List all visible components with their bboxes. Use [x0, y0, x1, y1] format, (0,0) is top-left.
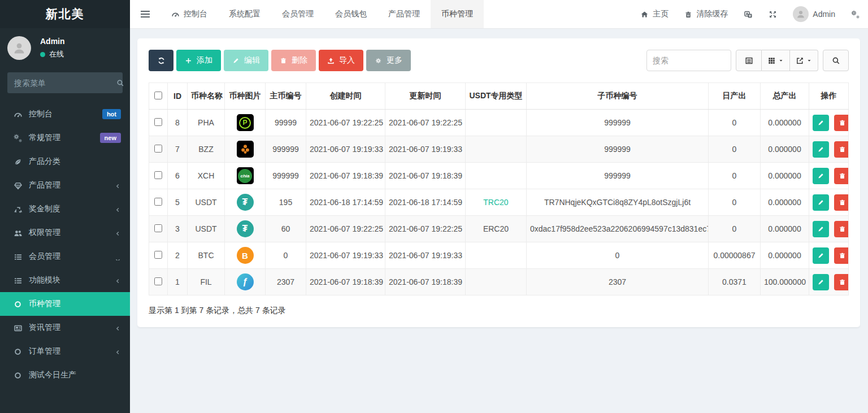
cell-id: 7 — [168, 136, 188, 163]
home-link[interactable]: 主页 — [632, 0, 676, 28]
circle-o-icon — [14, 299, 23, 309]
sidebar-search-input[interactable] — [14, 79, 116, 88]
tab-member-manage[interactable]: 会员管理 — [271, 0, 324, 28]
cell-daily-output: 0 — [709, 189, 761, 216]
cell-created: 2021-06-07 19:19:33 — [306, 136, 385, 163]
online-dot-icon — [40, 52, 45, 57]
cell-total-output: 0.000000 — [761, 163, 809, 189]
sidebar-item-permission[interactable]: 权限管理 — [0, 221, 130, 245]
newspaper-icon — [14, 323, 23, 332]
columns-button[interactable] — [762, 50, 790, 71]
row-edit-button[interactable] — [813, 141, 829, 158]
row-edit-button[interactable] — [813, 115, 829, 131]
trash-icon — [684, 10, 692, 19]
chevron-down-icon — [115, 252, 121, 261]
export-button[interactable] — [790, 50, 818, 71]
cell-main-no: 999999 — [266, 163, 306, 189]
sidebar-item-product-category[interactable]: 产品分类 — [0, 150, 130, 173]
tab-currency-manage[interactable]: 币种管理 — [431, 0, 484, 28]
row-edit-button[interactable] — [813, 274, 829, 290]
sidebar-item-modules[interactable]: 功能模块 — [0, 268, 130, 292]
row-delete-button[interactable] — [834, 274, 849, 290]
clear-cache-button[interactable]: 清除缓存 — [676, 0, 736, 28]
tab-product-manage[interactable]: 产品管理 — [377, 0, 431, 28]
row-edit-button[interactable] — [813, 221, 829, 237]
dashboard-icon — [171, 10, 180, 19]
add-button[interactable]: 添加 — [176, 50, 221, 71]
search-icon[interactable] — [116, 78, 124, 88]
sidebar-item-orders[interactable]: 订单管理 — [0, 340, 130, 363]
sidebar-item-bonus[interactable]: 奖金制度 — [0, 197, 130, 221]
col-header-daily: 日产出 — [709, 83, 761, 110]
row-checkbox[interactable] — [154, 145, 162, 153]
row-checkbox[interactable] — [154, 171, 162, 179]
sidebar-item-member[interactable]: 会员管理 — [0, 245, 130, 268]
delete-label: 删除 — [292, 55, 307, 66]
cell-updated: 2021-06-07 19:18:39 — [385, 163, 466, 189]
cell-sub-no: 999999 — [527, 110, 709, 136]
circle-o-icon — [14, 347, 23, 357]
user-menu[interactable]: Admin — [785, 0, 843, 28]
row-checkbox[interactable] — [154, 251, 162, 259]
row-delete-button[interactable] — [834, 247, 849, 264]
main-content: 添加 编辑 删除 导入 更多 — [130, 29, 868, 413]
cell-sub-no: TR7NHqjeKQxGTCi8q8ZY4pL8otSzgjLj6t — [527, 189, 709, 216]
tab-label: 会员管理 — [282, 9, 314, 19]
cell-created: 2021-06-18 17:14:59 — [306, 189, 385, 216]
sidebar: 新北美 Admin 在线 控制台 hot 常规管理 new — [0, 0, 130, 413]
sidebar-item-label: 测试今日生产 — [29, 370, 76, 380]
fullscreen-button[interactable] — [761, 0, 785, 28]
gem-icon — [14, 180, 23, 190]
sidebar-item-label: 常规管理 — [29, 133, 60, 143]
row-delete-button[interactable] — [834, 115, 849, 131]
tab-label: 系统配置 — [229, 9, 261, 19]
delete-button[interactable]: 删除 — [271, 50, 316, 71]
row-delete-button[interactable] — [834, 194, 849, 211]
select-all-header — [149, 83, 168, 110]
row-delete-button[interactable] — [834, 168, 849, 184]
settings-button[interactable] — [843, 0, 868, 28]
sidebar-toggle-button[interactable] — [130, 0, 160, 28]
cell-main-no: 0 — [266, 242, 306, 269]
chevron-left-icon — [115, 181, 121, 190]
sidebar-item-general[interactable]: 常规管理 new — [0, 126, 130, 150]
search-button[interactable] — [823, 50, 849, 71]
select-all-checkbox[interactable] — [154, 92, 162, 99]
tab-member-wallet[interactable]: 会员钱包 — [324, 0, 377, 28]
sidebar-item-news[interactable]: 资讯管理 — [0, 316, 130, 340]
cell-total-output: 0.000000 — [761, 110, 809, 136]
import-label: 导入 — [339, 55, 355, 66]
row-checkbox[interactable] — [154, 198, 162, 206]
row-delete-button[interactable] — [834, 141, 849, 158]
cell-sub-no: 999999 — [527, 136, 709, 163]
edit-button[interactable]: 编辑 — [224, 50, 268, 71]
row-checkbox[interactable] — [154, 118, 162, 126]
chia-coin-icon: chia — [237, 167, 254, 184]
tab-system-config[interactable]: 系统配置 — [218, 0, 271, 28]
refresh-button[interactable] — [149, 50, 173, 71]
import-button[interactable]: 导入 — [319, 50, 363, 71]
sidebar-item-label: 产品分类 — [29, 156, 60, 167]
row-edit-button[interactable] — [813, 247, 829, 264]
row-edit-button[interactable] — [813, 168, 829, 184]
edit-label: 编辑 — [244, 55, 260, 66]
more-button[interactable]: 更多 — [366, 50, 411, 71]
tab-console[interactable]: 控制台 — [160, 0, 218, 28]
cell-usdt-type — [466, 242, 527, 269]
cogs-icon — [851, 9, 860, 19]
row-edit-button[interactable] — [813, 194, 829, 211]
sidebar-item-console[interactable]: 控制台 hot — [0, 102, 130, 126]
row-delete-button[interactable] — [834, 221, 849, 237]
row-checkbox[interactable] — [154, 277, 162, 285]
cell-total-output: 0.000000 — [761, 136, 809, 163]
sidebar-item-test-production[interactable]: 测试今日生产 — [0, 363, 130, 387]
cell-id: 5 — [168, 189, 188, 216]
language-button[interactable] — [736, 0, 761, 28]
fil-coin-icon: ƒ — [237, 273, 254, 290]
sidebar-item-currency[interactable]: 币种管理 — [0, 292, 130, 316]
detail-view-button[interactable] — [736, 50, 762, 71]
sidebar-item-product-manage[interactable]: 产品管理 — [0, 173, 130, 197]
row-checkbox[interactable] — [154, 224, 162, 232]
table-search-input[interactable] — [646, 50, 731, 71]
cell-daily-output: 0.0371 — [709, 269, 761, 295]
